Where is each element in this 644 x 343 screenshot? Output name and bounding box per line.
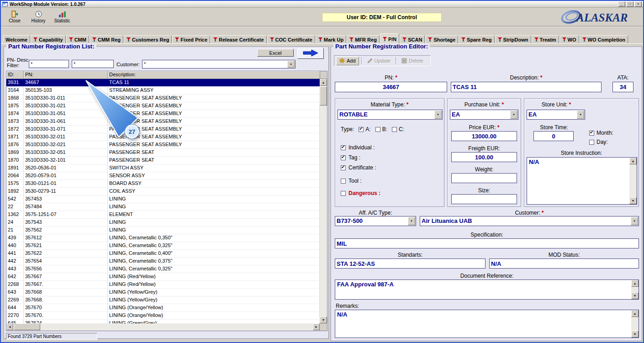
- tab-spare-reg[interactable]: Spare Reg: [459, 35, 494, 43]
- table-row[interactable]: 18733510D330-31-061PASSENGER SEAT ASSEMB…: [6, 118, 320, 126]
- table-row[interactable]: 18723510D330-31-071PASSENGER SEAT ASSEMB…: [6, 126, 320, 133]
- price-field[interactable]: [451, 131, 517, 141]
- tab-cmm[interactable]: CMM: [66, 35, 89, 43]
- tab-p-n[interactable]: P/N: [380, 33, 399, 43]
- table-row[interactable]: 3164350135-103STREAMING ASSY: [6, 87, 320, 95]
- scroll-down-icon[interactable]: ▼: [631, 331, 639, 338]
- table-row[interactable]: 18913520-0536-01SWITCH ASSY: [6, 164, 320, 172]
- horizontal-scrollbar[interactable]: ◄ ►: [6, 323, 320, 331]
- pn-filter-input[interactable]: [29, 60, 69, 68]
- table-row[interactable]: 441357622LINING, Cerametallic 0,400": [6, 250, 320, 258]
- type-checkbox[interactable]: [392, 127, 397, 132]
- tab-fixed-price[interactable]: Fixed Price: [172, 35, 210, 43]
- type-checkbox[interactable]: [359, 127, 364, 132]
- table-row[interactable]: 15753530-0121-01BOARD ASSY: [6, 180, 320, 188]
- tab-release-certificate[interactable]: Release Certificate: [211, 35, 266, 43]
- tab-stripdown[interactable]: StripDown: [495, 35, 531, 43]
- table-row[interactable]: 24357543LINING: [6, 219, 320, 227]
- customer-dropdown[interactable]: Air Lituanica UAB ▼: [420, 216, 639, 226]
- chevron-down-icon[interactable]: ▼: [434, 111, 442, 119]
- scroll-down-icon[interactable]: ▼: [631, 292, 639, 299]
- table-row[interactable]: 18753510D330-31-021PASSENGER SEAT ASSEMB…: [6, 102, 320, 110]
- weight-field[interactable]: [451, 173, 517, 183]
- scroll-left-icon[interactable]: ◄: [6, 323, 13, 330]
- table-row[interactable]: 18683510D330-31-011PASSENGER SEAT ASSEMB…: [6, 95, 320, 102]
- pn-field[interactable]: [335, 82, 447, 92]
- description-filter-input[interactable]: [72, 60, 114, 68]
- vertical-scrollbar[interactable]: ▲ ▼: [629, 158, 637, 204]
- store-time-field[interactable]: [533, 131, 574, 141]
- chevron-down-icon[interactable]: ▼: [408, 217, 415, 225]
- material-type-dropdown[interactable]: ROTABLE ▼: [338, 110, 443, 120]
- column-header[interactable]: Description:: [108, 71, 327, 79]
- tab-shortage[interactable]: Shortage: [425, 35, 458, 43]
- chevron-down-icon[interactable]: ▼: [577, 111, 584, 119]
- table-row[interactable]: 21357562LINING: [6, 227, 320, 234]
- scroll-up-icon[interactable]: ▲: [629, 158, 637, 164]
- minimize-button[interactable]: _: [618, 1, 625, 7]
- table-row[interactable]: 393134667TCAS 11: [6, 79, 320, 87]
- type-checkbox[interactable]: [375, 127, 380, 132]
- table-row[interactable]: 18693510D330-32-051PASSENGER SEAT: [6, 149, 320, 157]
- freight-field[interactable]: [451, 152, 517, 162]
- column-header[interactable]: ID:: [6, 71, 24, 79]
- statistic-button[interactable]: Statistic: [50, 9, 74, 26]
- excel-button[interactable]: Excel: [257, 49, 294, 57]
- table-row[interactable]: 542357453LINING: [6, 195, 320, 203]
- ac-type-dropdown[interactable]: B737-500 ▼: [335, 216, 416, 226]
- add-button[interactable]: Add: [336, 57, 359, 65]
- tab-mfr-reg[interactable]: MFR Reg: [347, 35, 380, 43]
- column-header[interactable]: PN:: [24, 71, 108, 79]
- tab-cmm-reg[interactable]: CMM Reg: [90, 35, 123, 43]
- update-button[interactable]: Update: [364, 57, 393, 65]
- store-instruction-textarea[interactable]: N/A ▲ ▼: [527, 157, 637, 205]
- scroll-down-icon[interactable]: ▼: [629, 197, 637, 204]
- close-button[interactable]: Close: [3, 9, 26, 26]
- tab-treatm[interactable]: Treatm: [532, 35, 559, 43]
- doc-ref-textarea[interactable]: FAA Approval 987-A ▲ ▼: [335, 280, 639, 300]
- tab-mark-up[interactable]: Mark Up: [316, 35, 346, 43]
- table-row[interactable]: 20643520-0579-01SENSOR ASSY: [6, 172, 320, 180]
- flag-checkbox[interactable]: [341, 145, 346, 150]
- tab-scan[interactable]: SCAN: [400, 35, 425, 43]
- scroll-up-icon[interactable]: ▲: [631, 280, 639, 287]
- table-row[interactable]: 18923530-0279-11COIL ASSY: [6, 188, 320, 195]
- vertical-scrollbar[interactable]: ▲ ▼: [631, 310, 639, 338]
- purchase-unit-dropdown[interactable]: EA ▼: [450, 110, 518, 120]
- description-field[interactable]: [451, 82, 602, 92]
- close-window-button[interactable]: ×: [634, 1, 642, 7]
- tab-wo-completion[interactable]: WO Completion: [580, 35, 628, 43]
- tab-capability[interactable]: Capability: [31, 35, 66, 43]
- go-arrow-button[interactable]: [297, 48, 324, 59]
- table-row[interactable]: 439357612LINING, Cerametallic 0,350": [6, 234, 320, 242]
- vertical-scrollbar[interactable]: ▲ ▼: [320, 79, 327, 323]
- table-row[interactable]: 440357621LINING, Cerametallic 0,325": [6, 242, 320, 250]
- table-row[interactable]: 18713510D330-32-011PASSENGER SEAT ASSEMB…: [6, 133, 320, 141]
- table-row[interactable]: 22357484LINING: [6, 203, 320, 211]
- scroll-up-icon[interactable]: ▲: [631, 310, 639, 317]
- tab-customers-reg[interactable]: Customers Reg: [124, 35, 172, 43]
- table-row[interactable]: 645357674LINING (Green/Grey): [6, 320, 320, 323]
- scrollbar-thumb-h[interactable]: [14, 323, 40, 330]
- vertical-scrollbar[interactable]: ▲ ▼: [631, 280, 639, 299]
- table-row[interactable]: 2268357667.LINING (Red/Yellow): [6, 281, 320, 289]
- scrollbar-thumb[interactable]: [320, 86, 327, 106]
- tab-welcome[interactable]: Welcome: [3, 35, 30, 43]
- delete-button[interactable]: Delete: [399, 57, 426, 65]
- table-row[interactable]: 642357667LINING (Red/Yellow): [6, 273, 320, 281]
- table-row[interactable]: 443357656LINING, Cerametallic 0,325": [6, 265, 320, 273]
- customer-filter-combobox[interactable]: * ▼: [142, 60, 296, 69]
- tab-wo[interactable]: WO: [560, 35, 579, 43]
- month-checkbox[interactable]: [589, 131, 594, 136]
- table-row[interactable]: 644357670LINING (Orange/Yellow): [6, 304, 320, 312]
- table-row[interactable]: 18763510D330-32-021PASSENGER SEAT ASSEMB…: [6, 141, 320, 149]
- specification-field[interactable]: [335, 238, 639, 248]
- mod-status-field[interactable]: [489, 259, 639, 269]
- table-row[interactable]: 442357654LINING, Cerametallic 0,375": [6, 258, 320, 265]
- day-checkbox[interactable]: [589, 140, 594, 145]
- table-row[interactable]: 18743510D330-31-051PASSENGER SEAT ASSEMB…: [6, 110, 320, 118]
- ata-field[interactable]: [612, 82, 633, 92]
- chevron-down-icon[interactable]: ▼: [510, 111, 517, 119]
- history-button[interactable]: History: [26, 9, 50, 26]
- flag-checkbox[interactable]: [341, 191, 346, 196]
